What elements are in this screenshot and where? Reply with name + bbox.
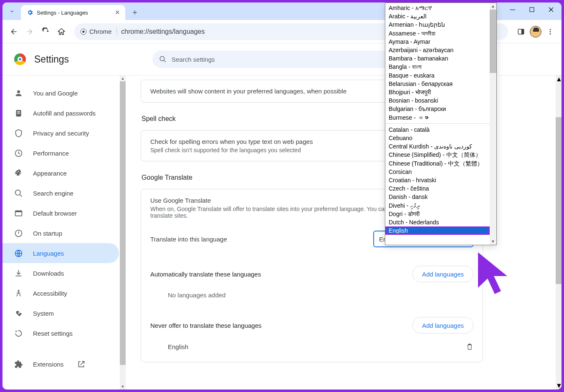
sidebar-item-search-engine[interactable]: Search engine (3, 183, 119, 203)
reset-icon (14, 329, 23, 338)
browser-menu-button[interactable] (543, 25, 557, 39)
window-close-button[interactable] (541, 3, 561, 17)
language-option[interactable]: English (385, 226, 490, 235)
new-tab-button[interactable]: ＋ (129, 6, 141, 18)
tab-title: Settings - Languages (37, 10, 88, 16)
forward-button[interactable] (23, 25, 37, 39)
svg-point-3 (82, 30, 84, 33)
svg-point-7 (550, 31, 551, 32)
sidebar-item-on-startup[interactable]: On startup (3, 223, 119, 243)
language-option[interactable]: Catalan - català (385, 126, 490, 134)
sidebar-item-label: Performance (33, 150, 69, 157)
svg-rect-12 (17, 111, 20, 112)
language-option[interactable]: Bhojpuri - भोजपुरी (385, 88, 490, 96)
sidebar-item-accessibility[interactable]: Accessibility (3, 283, 119, 303)
back-button[interactable] (7, 25, 21, 39)
svg-point-8 (550, 33, 551, 34)
sidebar-item-label: Autofill and passwords (33, 110, 96, 117)
search-placeholder: Search settings (172, 56, 215, 63)
scroll-up-icon[interactable]: ▲ (556, 75, 561, 83)
sidebar-item-default-browser[interactable]: Default browser (3, 203, 119, 223)
language-option[interactable]: Assamese - অসমীয়া (385, 29, 490, 38)
language-option[interactable]: Danish - dansk (385, 193, 490, 201)
sidebar-item-label: Privacy and security (33, 130, 89, 137)
language-option[interactable]: Central Kurdish - کوردیی ناوەندی (385, 142, 490, 151)
language-option[interactable]: Aymara - Aymar (385, 38, 490, 46)
window-maximize-button[interactable] (522, 3, 541, 17)
language-option[interactable]: Dutch - Nederlands (385, 218, 490, 226)
scroll-down-icon[interactable]: ▼ (556, 382, 561, 389)
language-option[interactable]: Bosnian - bosanski (385, 96, 490, 105)
scroll-up-icon[interactable]: ▲ (120, 75, 126, 81)
sidebar-item-extensions[interactable]: Extensions (3, 354, 119, 374)
delete-language-button[interactable] (466, 343, 473, 350)
profile-avatar[interactable] (530, 26, 541, 38)
speedometer-icon (14, 149, 23, 158)
content-scrollbar[interactable]: ▲ ▼ (556, 75, 561, 389)
language-option[interactable]: Belarusian - беларуская (385, 80, 490, 88)
svg-point-10 (17, 90, 20, 93)
sidebar-item-label: You and Google (33, 90, 78, 97)
sidebar-item-languages[interactable]: Languages (3, 243, 119, 263)
chrome-logo-icon (14, 53, 26, 65)
home-button[interactable] (54, 25, 68, 39)
sidebar-item-privacy-and-security[interactable]: Privacy and security (3, 123, 119, 143)
browser-tab[interactable]: Settings - Languages ✕ (21, 5, 125, 20)
language-option[interactable]: Chinese (Traditional) - 中文（繁體） (385, 159, 490, 168)
site-chip[interactable]: Chrome (80, 28, 117, 35)
language-option[interactable]: Bulgarian - български (385, 105, 490, 113)
language-dropdown[interactable]: Amharic - አማርኛArabic - العربيةArmenian -… (385, 3, 497, 245)
language-option[interactable]: Arabic - العربية (385, 12, 490, 20)
dropdown-scrollbar[interactable]: ▲ ▼ (490, 3, 496, 245)
scroll-up-icon[interactable]: ▲ (490, 3, 496, 10)
sidebar-scroll-thumb[interactable] (120, 81, 126, 365)
svg-rect-5 (521, 29, 524, 34)
sidebar-item-reset-settings[interactable]: Reset settings (3, 323, 119, 343)
sidebar-item-downloads[interactable]: Downloads (3, 263, 119, 283)
trash-icon (466, 343, 473, 350)
sidebar-item-autofill-and-passwords[interactable]: Autofill and passwords (3, 103, 119, 123)
language-option[interactable]: Bambara - bamanakan (385, 54, 490, 63)
language-option[interactable]: Basque - euskara (385, 71, 490, 80)
scroll-down-icon[interactable]: ▼ (120, 384, 126, 389)
tabs-dropdown-button[interactable] (6, 5, 18, 18)
language-option[interactable]: Divehi - ދިވެހި (385, 201, 490, 210)
sidebar-item-you-and-google[interactable]: You and Google (3, 83, 119, 103)
language-option[interactable]: Burmese - ဗမာ (385, 113, 490, 122)
language-option[interactable]: Corsican (385, 168, 490, 176)
add-languages-button-never[interactable]: Add languages (412, 317, 473, 334)
shield-icon (14, 129, 23, 138)
language-option[interactable]: Cebuano (385, 134, 490, 142)
scroll-down-icon[interactable]: ▼ (490, 238, 496, 245)
add-languages-button-auto[interactable]: Add languages (412, 266, 473, 282)
svg-point-18 (19, 173, 20, 174)
language-option[interactable]: Armenian - հայերեն (385, 20, 490, 29)
window-minimize-button[interactable] (503, 3, 522, 17)
sidebar-item-appearance[interactable]: Appearance (3, 163, 119, 183)
sidebar-item-performance[interactable]: Performance (3, 143, 119, 163)
never-translate-heading: Never offer to translate these languages (150, 322, 262, 329)
accessibility-icon (14, 289, 23, 298)
language-option[interactable]: Azerbaijani - azərbaycan (385, 46, 490, 54)
language-option[interactable]: Chinese (Simplified) - 中文（简体） (385, 151, 490, 159)
dropdown-scroll-thumb[interactable] (490, 10, 496, 73)
sidebar-item-label: Downloads (33, 270, 64, 277)
sidebar-item-label: Appearance (33, 170, 67, 177)
site-chip-label: Chrome (89, 28, 111, 35)
reload-button[interactable] (38, 25, 53, 39)
sidebar-scrollbar[interactable]: ▲ ▼ (120, 75, 126, 389)
side-panel-button[interactable] (514, 25, 528, 39)
extension-icon (14, 360, 23, 369)
gear-icon (27, 9, 33, 16)
content-scroll-thumb[interactable] (556, 117, 561, 284)
search-icon (14, 189, 23, 198)
language-option[interactable]: Dogri - डोगरी (385, 210, 490, 218)
language-option[interactable]: Amharic - አማርኛ (385, 4, 490, 12)
language-option[interactable]: Bangla - বাংলা (385, 63, 490, 71)
language-option[interactable]: Czech - čeština (385, 184, 490, 193)
sidebar-item-system[interactable]: System (3, 303, 119, 323)
globe-icon (14, 249, 23, 258)
sidebar-item-label: Default browser (33, 210, 77, 217)
close-tab-button[interactable]: ✕ (115, 9, 120, 16)
language-option[interactable]: Croatian - hrvatski (385, 176, 490, 184)
